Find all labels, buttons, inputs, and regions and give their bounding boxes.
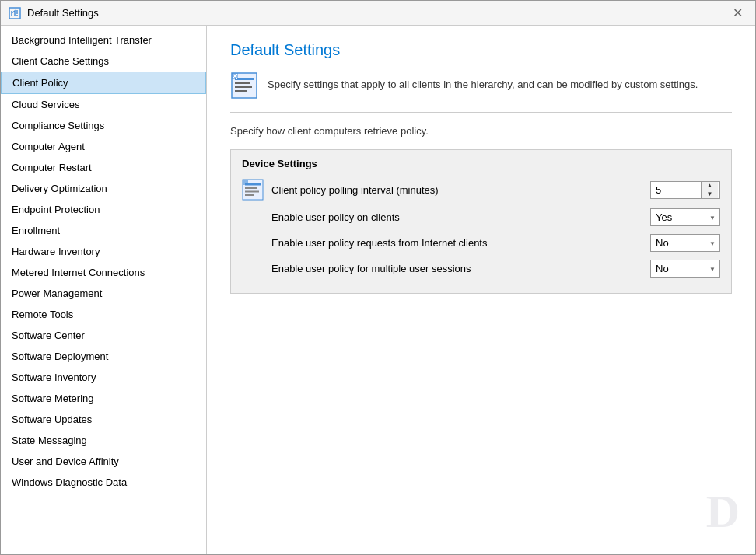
- sidebar-item-delivery-optimization[interactable]: Delivery Optimization: [1, 178, 206, 199]
- sidebar-item-software-deployment[interactable]: Software Deployment: [1, 346, 206, 367]
- enable-policy-requests-label: Enable user policy requests from Interne…: [271, 237, 642, 249]
- svg-rect-8: [235, 90, 247, 92]
- sidebar-item-windows-diagnostic-data[interactable]: Windows Diagnostic Data: [1, 472, 206, 493]
- sidebar-item-software-metering[interactable]: Software Metering: [1, 388, 206, 409]
- sidebar-item-power-management[interactable]: Power Management: [1, 283, 206, 304]
- content-area: Background Intelligent TransferClient Ca…: [1, 26, 755, 554]
- header-description: Specify settings that apply to all clien…: [268, 72, 698, 92]
- enable-user-policy-label: Enable user policy on clients: [271, 211, 642, 223]
- svg-rect-6: [235, 82, 250, 84]
- sidebar-item-cloud-services[interactable]: Cloud Services: [1, 94, 206, 115]
- svg-rect-16: [245, 194, 254, 196]
- sidebar-item-background-intelligent-transfer[interactable]: Background Intelligent Transfer: [1, 30, 206, 51]
- spinbox-up-button[interactable]: ▲: [702, 182, 718, 190]
- svg-rect-15: [245, 191, 259, 193]
- setting-row-enable-policy-requests: Enable user policy requests from Interne…: [242, 234, 720, 252]
- svg-rect-7: [235, 86, 252, 88]
- sidebar-item-computer-restart[interactable]: Computer Restart: [1, 157, 206, 178]
- svg-rect-14: [245, 187, 257, 189]
- polling-icon: [242, 179, 264, 201]
- sidebar-item-compliance-settings[interactable]: Compliance Settings: [1, 115, 206, 136]
- title-bar-left: Default Settings: [9, 7, 99, 19]
- enable-multiple-sessions-dropdown[interactable]: Yes No: [650, 260, 720, 278]
- sidebar-item-software-inventory[interactable]: Software Inventory: [1, 367, 206, 388]
- sub-description: Specify how client computers retrieve po…: [230, 125, 732, 137]
- window-icon: [9, 7, 21, 19]
- sidebar-item-computer-agent[interactable]: Computer Agent: [1, 136, 206, 157]
- sidebar: Background Intelligent TransferClient Ca…: [1, 26, 207, 554]
- sidebar-item-client-policy[interactable]: Client Policy: [1, 72, 206, 94]
- spinbox-down-button[interactable]: ▼: [702, 190, 718, 198]
- main-window: Default Settings ✕ Background Intelligen…: [0, 0, 756, 555]
- divider: [230, 112, 732, 113]
- enable-policy-requests-dropdown[interactable]: Yes No: [650, 234, 720, 252]
- polling-spinbox-input[interactable]: [651, 182, 701, 198]
- page-title: Default Settings: [230, 41, 732, 59]
- device-settings-title: Device Settings: [242, 158, 720, 169]
- sidebar-item-remote-tools[interactable]: Remote Tools: [1, 304, 206, 325]
- polling-interval-control[interactable]: ▲ ▼: [650, 181, 720, 199]
- main-panel: Default Settings Specify settings that a: [207, 26, 755, 554]
- header-section: Specify settings that apply to all clien…: [230, 72, 732, 99]
- polling-spinbox[interactable]: ▲ ▼: [650, 181, 720, 199]
- settings-icon: [230, 72, 258, 99]
- enable-user-policy-dropdown-wrapper[interactable]: Yes No: [650, 208, 720, 226]
- spinbox-buttons: ▲ ▼: [701, 182, 718, 198]
- setting-row-enable-user-policy: Enable user policy on clients Yes No: [242, 208, 720, 226]
- watermark: D: [706, 485, 740, 539]
- setting-row-polling-interval: Client policy polling interval (minutes)…: [242, 179, 720, 201]
- sidebar-item-state-messaging[interactable]: State Messaging: [1, 430, 206, 451]
- setting-row-enable-multiple-sessions: Enable user policy for multiple user ses…: [242, 260, 720, 278]
- enable-multiple-sessions-dropdown-wrapper[interactable]: Yes No: [650, 260, 720, 278]
- svg-rect-17: [243, 180, 248, 185]
- sidebar-item-user-and-device-affinity[interactable]: User and Device Affinity: [1, 451, 206, 472]
- enable-user-policy-dropdown[interactable]: Yes No: [650, 208, 720, 226]
- sidebar-item-software-center[interactable]: Software Center: [1, 325, 206, 346]
- enable-policy-requests-dropdown-wrapper[interactable]: Yes No: [650, 234, 720, 252]
- sidebar-item-hardware-inventory[interactable]: Hardware Inventory: [1, 241, 206, 262]
- sidebar-item-enrollment[interactable]: Enrollment: [1, 220, 206, 241]
- close-button[interactable]: ✕: [727, 5, 747, 21]
- window-title: Default Settings: [27, 7, 99, 19]
- device-settings-box: Device Settings Client policy pol: [230, 149, 732, 294]
- sidebar-item-client-cache-settings[interactable]: Client Cache Settings: [1, 51, 206, 72]
- sidebar-item-metered-internet-connections[interactable]: Metered Internet Connections: [1, 262, 206, 283]
- sidebar-item-software-updates[interactable]: Software Updates: [1, 409, 206, 430]
- title-bar: Default Settings ✕: [1, 1, 755, 26]
- enable-multiple-sessions-label: Enable user policy for multiple user ses…: [271, 263, 642, 274]
- polling-interval-label: Client policy polling interval (minutes): [271, 184, 642, 196]
- sidebar-item-endpoint-protection[interactable]: Endpoint Protection: [1, 199, 206, 220]
